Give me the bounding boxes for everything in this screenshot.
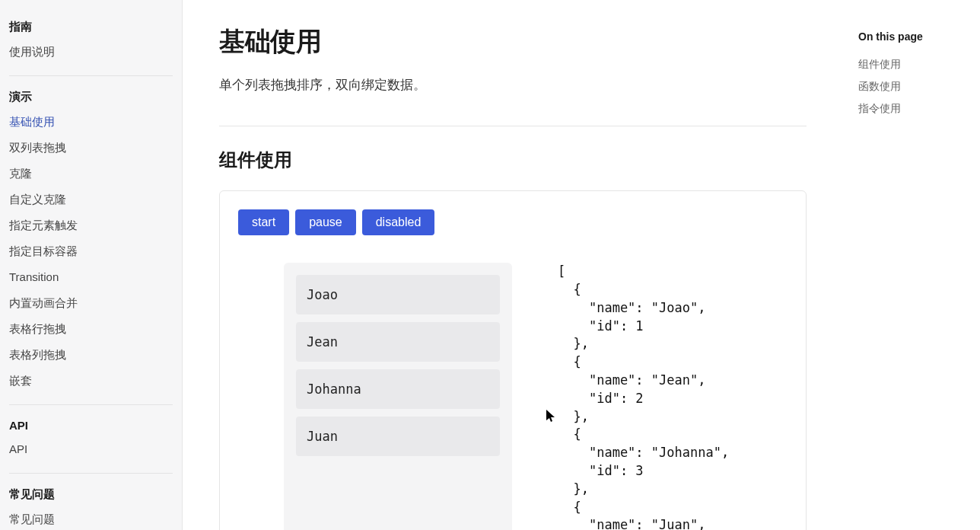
demo-box: start pause disabled Joao Jean Johanna J… — [219, 190, 807, 530]
drag-item[interactable]: Juan — [296, 417, 500, 456]
sidebar-section: 指南 使用说明 — [0, 17, 182, 65]
sidebar-item-specify-target[interactable]: 指定目标容器 — [0, 238, 182, 264]
sidebar-item-api[interactable]: API — [0, 436, 182, 462]
disabled-button[interactable]: disabled — [362, 209, 435, 235]
sidebar-divider — [9, 473, 173, 474]
section-divider — [219, 126, 807, 126]
sidebar-item-clone[interactable]: 克隆 — [0, 161, 182, 187]
layout: 指南 使用说明 演示 基础使用 双列表拖拽 克隆 自定义克隆 指定元素触发 指定… — [0, 0, 980, 530]
sidebar-section-title: 演示 — [0, 87, 182, 109]
sidebar-divider — [9, 75, 173, 76]
pause-button[interactable]: pause — [295, 209, 356, 235]
sidebar-item-usage-guide[interactable]: 使用说明 — [0, 39, 182, 65]
toc-item-component-usage[interactable]: 组件使用 — [858, 53, 965, 75]
section-title-component-usage: 组件使用 — [219, 148, 807, 172]
sidebar-item-specify-trigger[interactable]: 指定元素触发 — [0, 212, 182, 238]
sidebar-section-title: API — [0, 416, 182, 436]
sidebar-item-faq[interactable]: 常见问题 — [0, 506, 182, 530]
drag-list: Joao Jean Johanna Juan — [284, 263, 512, 530]
sidebar-section-title: 常见问题 — [0, 484, 182, 506]
table-of-contents: On this page 组件使用 函数使用 指令使用 — [843, 0, 980, 530]
drag-item[interactable]: Jean — [296, 322, 500, 362]
start-button[interactable]: start — [238, 209, 289, 235]
sidebar-item-builtin-animation[interactable]: 内置动画合并 — [0, 290, 182, 316]
sidebar-section: API API — [0, 416, 182, 462]
main-content: 基础使用 单个列表拖拽排序，双向绑定数据。 组件使用 start pause d… — [183, 0, 843, 530]
sidebar-item-custom-clone[interactable]: 自定义克隆 — [0, 187, 182, 212]
sidebar: 指南 使用说明 演示 基础使用 双列表拖拽 克隆 自定义克隆 指定元素触发 指定… — [0, 0, 183, 530]
sidebar-item-nested[interactable]: 嵌套 — [0, 368, 182, 394]
content-wrap: 基础使用 单个列表拖拽排序，双向绑定数据。 组件使用 start pause d… — [183, 0, 980, 530]
sidebar-divider — [9, 404, 173, 405]
sidebar-item-basic-usage[interactable]: 基础使用 — [0, 109, 182, 135]
demo-split: Joao Jean Johanna Juan [ { "name": "Joao… — [238, 263, 788, 530]
page-title: 基础使用 — [219, 24, 807, 59]
drag-item[interactable]: Johanna — [296, 369, 500, 409]
toc-title: On this page — [858, 30, 965, 43]
sidebar-section-title: 指南 — [0, 17, 182, 39]
toc-item-function-usage[interactable]: 函数使用 — [858, 75, 965, 97]
sidebar-item-dual-list[interactable]: 双列表拖拽 — [0, 135, 182, 161]
sidebar-section: 演示 基础使用 双列表拖拽 克隆 自定义克隆 指定元素触发 指定目标容器 Tra… — [0, 87, 182, 394]
sidebar-item-table-row-drag[interactable]: 表格行拖拽 — [0, 316, 182, 342]
sidebar-item-transition[interactable]: Transition — [0, 264, 182, 290]
toc-item-directive-usage[interactable]: 指令使用 — [858, 97, 965, 120]
demo-buttons: start pause disabled — [238, 209, 788, 235]
page-desc: 单个列表拖拽排序，双向绑定数据。 — [219, 75, 807, 95]
sidebar-section: 常见问题 常见问题 — [0, 484, 182, 530]
drag-item[interactable]: Joao — [296, 275, 500, 314]
json-output: [ { "name": "Joao", "id": 1 }, { "name":… — [558, 263, 729, 530]
sidebar-item-table-col-drag[interactable]: 表格列拖拽 — [0, 342, 182, 368]
